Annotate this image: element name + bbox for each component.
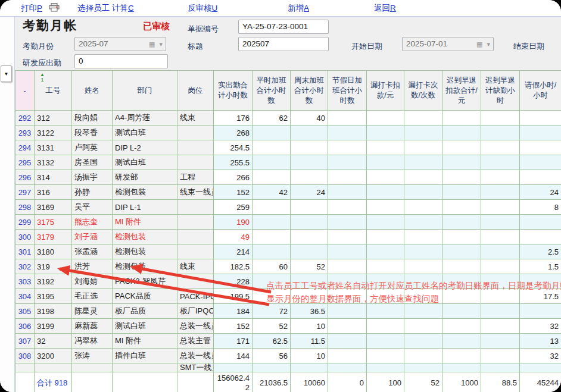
value-cell-5[interactable] (404, 200, 442, 215)
value-cell-2[interactable] (291, 200, 328, 215)
department-cell[interactable]: 测试白班 (113, 126, 177, 140)
value-cell-8[interactable] (520, 215, 561, 230)
doc-no-field[interactable]: YA-25-07-23-0001 (238, 20, 329, 34)
post-cell[interactable]: 工程 (177, 170, 214, 185)
value-cell-6[interactable] (442, 259, 481, 274)
value-cell-2[interactable] (291, 363, 328, 372)
value-cell-2[interactable] (291, 289, 328, 304)
value-cell-7[interactable] (481, 155, 520, 170)
post-cell[interactable]: 总装一线员工 (177, 349, 214, 363)
value-cell-1[interactable]: 60 (253, 259, 291, 274)
value-cell-1[interactable] (253, 289, 291, 304)
value-cell-6[interactable] (442, 185, 481, 200)
post-cell[interactable] (177, 215, 214, 230)
value-cell-4[interactable] (367, 170, 404, 185)
value-cell-6[interactable] (442, 126, 481, 140)
employee-id-cell[interactable]: 3195 (35, 289, 72, 304)
printer-icon[interactable] (49, 3, 60, 14)
value-cell-0[interactable]: 171 (214, 334, 253, 349)
value-cell-7[interactable] (481, 349, 520, 363)
post-cell[interactable] (177, 230, 214, 244)
column-header-5[interactable]: 实出勤合计小时数 (214, 71, 253, 111)
value-cell-8[interactable] (520, 363, 561, 372)
value-cell-2[interactable]: 24 (291, 185, 328, 200)
value-cell-0[interactable]: 228 (214, 274, 253, 289)
value-cell-1[interactable] (253, 200, 291, 215)
value-cell-3[interactable] (328, 259, 367, 274)
value-cell-2[interactable] (291, 215, 328, 230)
row-number-cell[interactable]: 307 (15, 334, 35, 349)
value-cell-4[interactable] (367, 244, 404, 259)
employee-name-cell[interactable]: 麻新蕊 (72, 319, 113, 334)
title-field[interactable]: 202507 (238, 37, 329, 51)
month-picker[interactable]: 2025-07 ▦ ▾ (74, 37, 166, 51)
department-cell[interactable]: 检测包装 (113, 244, 177, 259)
employee-name-cell[interactable]: 吴平 (72, 200, 113, 215)
department-cell[interactable]: 插件白班 (113, 349, 177, 363)
employee-id-cell[interactable]: 312 (35, 111, 72, 126)
value-cell-1[interactable]: 72 (253, 304, 291, 319)
value-cell-6[interactable] (442, 155, 481, 170)
row-number-cell[interactable]: 298 (15, 200, 35, 215)
employee-name-cell[interactable]: 房圣国 (72, 155, 113, 170)
rd-due-field[interactable]: 0 (74, 54, 168, 68)
value-cell-2[interactable]: 52 (291, 259, 328, 274)
column-header-3[interactable]: 部门 (113, 71, 177, 111)
value-cell-4[interactable] (367, 200, 404, 215)
value-cell-5[interactable] (404, 185, 442, 200)
value-cell-2[interactable]: 11.5 (291, 334, 328, 349)
column-header-10[interactable]: 漏打卡次数/次数 (404, 71, 442, 111)
value-cell-7[interactable] (481, 274, 520, 289)
value-cell-4[interactable] (367, 140, 404, 155)
employee-id-cell[interactable]: 314 (35, 170, 72, 185)
value-cell-2[interactable]: 40 (291, 111, 328, 126)
value-cell-7[interactable] (481, 304, 520, 319)
value-cell-6[interactable] (442, 200, 481, 215)
value-cell-5[interactable] (404, 334, 442, 349)
department-cell[interactable]: DIP L-1 (113, 200, 177, 215)
employee-name-cell[interactable]: 段琴香 (72, 126, 113, 140)
employee-name-cell[interactable]: 张孟涵 (72, 244, 113, 259)
column-header-13[interactable]: 请假小时/小时 (520, 71, 561, 111)
value-cell-7[interactable] (481, 126, 520, 140)
employee-id-cell[interactable]: 3200 (35, 349, 72, 363)
value-cell-8[interactable]: 8 (520, 200, 561, 215)
value-cell-1[interactable]: 56 (253, 349, 291, 363)
employee-name-cell[interactable] (72, 363, 113, 372)
value-cell-1[interactable] (253, 170, 291, 185)
value-cell-4[interactable] (367, 334, 404, 349)
value-cell-2[interactable]: 10 (291, 319, 328, 334)
totals-empty-cell[interactable] (113, 372, 177, 392)
value-cell-5[interactable] (404, 259, 442, 274)
value-cell-5[interactable] (404, 111, 442, 126)
post-cell[interactable] (177, 244, 214, 259)
column-header-11[interactable]: 迟到早退扣款合计/元 (442, 71, 481, 111)
value-cell-3[interactable] (328, 304, 367, 319)
value-cell-1[interactable] (253, 215, 291, 230)
value-cell-2[interactable] (291, 126, 328, 140)
value-cell-1[interactable]: 52 (253, 319, 291, 334)
value-cell-0[interactable]: 266 (214, 170, 253, 185)
value-cell-1[interactable] (253, 126, 291, 140)
value-cell-6[interactable] (442, 363, 481, 372)
value-cell-2[interactable] (291, 244, 328, 259)
employee-name-cell[interactable]: 张涛 (72, 349, 113, 363)
employee-id-cell[interactable]: 316 (35, 185, 72, 200)
column-header-6[interactable]: 平时加班合计小时数 (253, 71, 291, 111)
employee-id-cell[interactable] (35, 363, 72, 372)
value-cell-5[interactable] (404, 289, 442, 304)
value-cell-2[interactable] (291, 155, 328, 170)
value-cell-3[interactable] (328, 155, 367, 170)
value-cell-8[interactable] (520, 274, 561, 289)
value-cell-0[interactable]: 268 (214, 126, 253, 140)
value-cell-8[interactable]: 24 (520, 185, 561, 200)
employee-name-cell[interactable]: 刘子涵 (72, 230, 113, 244)
employee-id-cell[interactable]: 3180 (35, 244, 72, 259)
value-cell-1[interactable] (253, 363, 291, 372)
value-cell-1[interactable]: 62.5 (253, 334, 291, 349)
value-cell-7[interactable] (481, 170, 520, 185)
value-cell-2[interactable]: 36.5 (291, 304, 328, 319)
employee-id-cell[interactable]: 319 (35, 259, 72, 274)
unaudit-button[interactable]: 反审核U (188, 3, 217, 14)
department-cell[interactable]: 测试白班 (113, 319, 177, 334)
